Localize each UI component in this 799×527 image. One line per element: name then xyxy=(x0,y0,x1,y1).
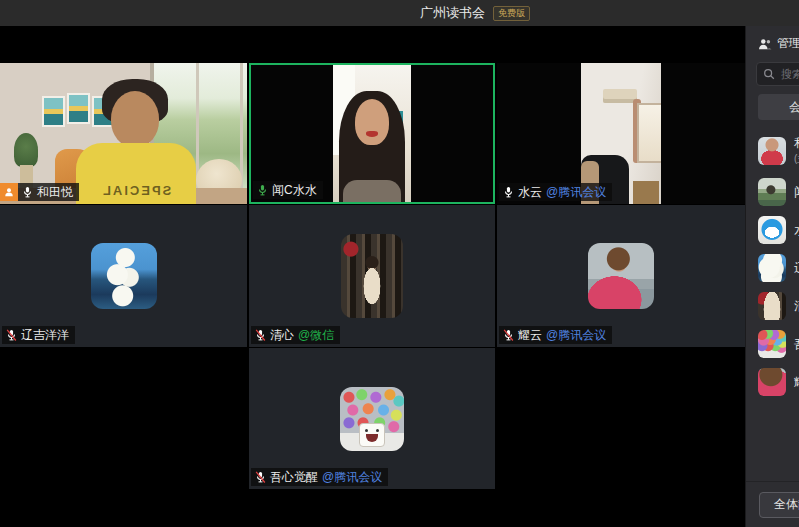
platform-suffix: @腾讯会议 xyxy=(322,469,382,486)
members-icon xyxy=(758,38,772,50)
member-search-input[interactable] xyxy=(779,67,799,81)
participant-name: 清心 xyxy=(270,327,294,344)
daisy-avatar xyxy=(758,254,786,282)
member-name: 清心 xyxy=(794,298,799,315)
member-name: 闻C水水 xyxy=(794,184,799,201)
video-feed-portrait xyxy=(333,65,411,202)
red-lady-avatar xyxy=(758,368,786,396)
shirt-text: SPECIAL xyxy=(101,183,171,198)
manage-members-panel: 管理成员 会 和田悦 (主持人, 我) 闻C水水 水云 xyxy=(745,26,799,527)
doorway-avatar xyxy=(758,292,786,320)
panel-footer: 全体静音 xyxy=(746,481,799,527)
mic-muted-icon xyxy=(503,328,514,342)
video-grid: SPECIAL 和田悦 xyxy=(0,26,745,527)
mic-muted-icon xyxy=(6,328,17,342)
participant-name: 闻C水水 xyxy=(272,182,317,199)
free-version-badge: 免费版 xyxy=(493,6,530,21)
member-row[interactable]: 耀云 xyxy=(746,363,799,401)
member-list: 和田悦 (主持人, 我) 闻C水水 水云 辽吉洋洋 清心 xyxy=(746,128,799,401)
titlebar: 广州读书会 免费版 xyxy=(0,0,799,26)
meeting-tab[interactable]: 会 xyxy=(758,94,799,120)
panel-header: 管理成员 xyxy=(746,26,799,60)
doorway-avatar xyxy=(341,234,403,318)
member-row[interactable]: 清心 xyxy=(746,287,799,325)
participant-label: 吾心觉醒 @腾讯会议 xyxy=(251,468,388,486)
video-tile-shuiyun[interactable]: 水云 @腾讯会议 xyxy=(497,63,745,204)
member-avatar xyxy=(758,178,786,206)
member-search-box[interactable] xyxy=(756,62,799,86)
red-lady-avatar xyxy=(588,243,654,309)
participant-label: 清心 @微信 xyxy=(251,326,340,344)
member-name: 吾心觉醒 xyxy=(794,336,799,353)
participant-name: 和田悦 xyxy=(37,184,73,201)
participant-name: 耀云 xyxy=(518,327,542,344)
member-row[interactable]: 吾心觉醒 xyxy=(746,325,799,363)
mic-speaking-icon xyxy=(257,183,268,197)
mute-all-button[interactable]: 全体静音 xyxy=(759,492,799,518)
member-name: 耀云 xyxy=(794,374,799,391)
member-row[interactable]: 闻C水水 xyxy=(746,173,799,211)
member-avatar xyxy=(758,137,786,165)
platform-suffix: @微信 xyxy=(298,327,334,344)
emoji-crowd-avatar xyxy=(758,330,786,358)
member-row[interactable]: 辽吉洋洋 xyxy=(746,249,799,287)
video-tile-hetianyue[interactable]: SPECIAL 和田悦 xyxy=(0,63,247,204)
member-name: 和田悦 xyxy=(794,135,799,152)
member-row-host[interactable]: 和田悦 (主持人, 我) xyxy=(746,128,799,173)
search-icon xyxy=(763,68,775,80)
mic-on-icon xyxy=(503,185,514,199)
video-tile-liaojiyangyang[interactable]: 辽吉洋洋 xyxy=(0,205,247,347)
video-tile-wuxinjuexing[interactable]: 吾心觉醒 @腾讯会议 xyxy=(249,348,495,489)
participant-label: 辽吉洋洋 xyxy=(2,326,75,344)
meeting-tab-label: 会 xyxy=(789,99,799,116)
participant-name: 辽吉洋洋 xyxy=(21,327,69,344)
member-name: 辽吉洋洋 xyxy=(794,260,799,277)
daisy-avatar xyxy=(91,243,157,309)
panel-title: 管理成员 xyxy=(777,35,799,52)
participant-name: 吾心觉醒 xyxy=(270,469,318,486)
mic-muted-icon xyxy=(255,470,266,484)
emoji-crowd-avatar xyxy=(340,387,404,451)
member-name: 水云 xyxy=(794,222,799,239)
doraemon-avatar xyxy=(758,216,786,244)
participant-label: 和田悦 xyxy=(0,183,79,201)
platform-suffix: @腾讯会议 xyxy=(546,327,606,344)
participant-name: 水云 xyxy=(518,184,542,201)
video-tile-wencshuishui[interactable]: 闻C水水 xyxy=(249,63,495,204)
meeting-title: 广州读书会 xyxy=(420,4,485,22)
participant-label: 水云 @腾讯会议 xyxy=(499,183,612,201)
member-role: (主持人, 我) xyxy=(794,152,799,166)
host-icon xyxy=(0,183,18,201)
platform-suffix: @腾讯会议 xyxy=(546,184,606,201)
participant-label: 闻C水水 xyxy=(253,181,323,199)
video-tile-qingxin[interactable]: 清心 @微信 xyxy=(249,205,495,347)
meeting-window: 广州读书会 免费版 SPECIAL xyxy=(0,0,799,527)
member-row[interactable]: 水云 xyxy=(746,211,799,249)
mic-muted-icon xyxy=(255,328,266,342)
participant-label: 耀云 @腾讯会议 xyxy=(499,326,612,344)
mic-on-icon xyxy=(22,185,33,199)
video-tile-yaoyun[interactable]: 耀云 @腾讯会议 xyxy=(497,205,745,347)
